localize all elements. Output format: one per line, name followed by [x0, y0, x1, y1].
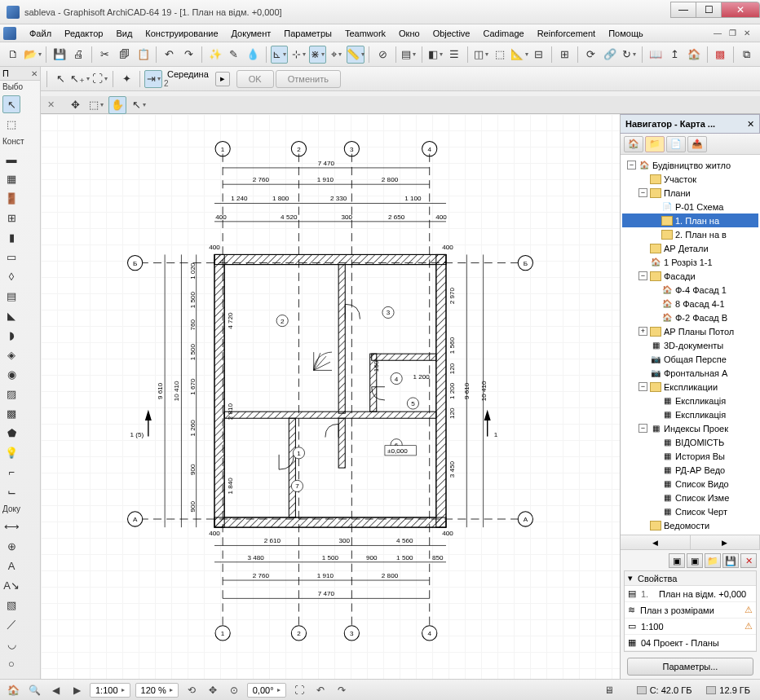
menu-помощь[interactable]: Помощь [602, 24, 650, 42]
tree-item[interactable]: 🏠Ф-2 Фасад В [622, 310, 758, 324]
render-icon[interactable]: ⟳ [582, 46, 599, 64]
pan-icon[interactable]: ✥ [66, 96, 84, 114]
undo-icon[interactable]: ↶ [161, 46, 178, 64]
tree-item[interactable]: 🏠8 Фасад 4-1 [622, 297, 758, 310]
tree-item[interactable]: 📷Общая Перспе [622, 352, 758, 366]
tab-project-map[interactable]: 🏠 [624, 136, 643, 152]
tree-item[interactable]: 🏠Ф-4 Фасад 1 [622, 283, 758, 297]
wall-cut-icon[interactable]: ✋ [108, 96, 126, 114]
new-view-button[interactable]: ▣ [669, 553, 685, 568]
tree-item[interactable]: −Експликации [622, 380, 758, 394]
play-icon[interactable]: ▸ [215, 72, 230, 86]
paste-icon[interactable]: 📋 [135, 46, 152, 64]
toolbox-close-icon[interactable]: ✕ [31, 69, 38, 78]
orbit-icon[interactable]: ⊙ [226, 683, 242, 698]
maximize-button[interactable]: ☐ [696, 2, 722, 18]
tab-view-map[interactable]: 📁 [645, 136, 665, 152]
print-icon[interactable]: 🖨 [70, 46, 87, 64]
menu-objective[interactable]: Objective [426, 24, 477, 42]
navigator-close-icon[interactable]: ✕ [747, 119, 754, 130]
tree-item[interactable]: ▦РД-АР Ведо [622, 463, 758, 477]
properties-header[interactable]: ▾ Свойства [625, 571, 756, 586]
fit-window-icon[interactable]: ⛶ [291, 683, 307, 698]
menu-конструирование[interactable]: Конструирование [139, 24, 224, 42]
tree-toggle[interactable]: + [638, 327, 647, 336]
ok-button[interactable]: OK [236, 70, 274, 88]
magic-icon[interactable]: ✦ [117, 70, 135, 88]
tree-item[interactable]: −Фасади [622, 269, 758, 283]
tree-item[interactable]: 2. План на в [622, 227, 758, 241]
cut-icon[interactable]: ✂ [96, 46, 113, 64]
publish-icon[interactable]: ↥ [666, 46, 683, 64]
prev-view-icon[interactable]: ◀ [47, 683, 64, 698]
stair-tool[interactable]: ▤ [2, 287, 20, 305]
prop-penset-row[interactable]: ▦04 Проект - Планы [625, 635, 756, 651]
arrow-icon[interactable]: ↖ [51, 70, 69, 88]
skylight-tool[interactable]: ◈ [2, 346, 20, 363]
line-tool[interactable]: ／ [2, 615, 20, 633]
rotate-icon[interactable]: ⟲ [183, 683, 200, 698]
menu-cadimage[interactable]: Cadimage [476, 24, 530, 42]
tree-toggle[interactable]: − [638, 382, 647, 391]
minimize-button[interactable]: — [670, 2, 696, 18]
morph-tool[interactable]: ⬟ [2, 424, 20, 442]
column-tool[interactable]: ▮ [2, 228, 20, 246]
snap-guideline-icon[interactable]: ⊾ [271, 46, 288, 64]
shell-tool[interactable]: ◗ [2, 326, 20, 344]
text-tool[interactable]: A [2, 557, 20, 575]
navigator-title[interactable]: Навигатор - Карта ... ✕ [620, 114, 760, 134]
compare-icon[interactable]: ⧉ [738, 46, 755, 64]
menu-файл[interactable]: Файл [23, 24, 58, 42]
menu-reinforcement[interactable]: Reinforcement [531, 24, 603, 42]
tree-item[interactable]: −▦Индексы Проек [622, 421, 758, 435]
wand-icon[interactable]: ✨ [206, 46, 223, 64]
arc-tool[interactable]: ◡ [2, 635, 20, 653]
fill-tool[interactable]: ▧ [2, 596, 20, 614]
drawing-canvas[interactable]: 1234 1234 АБАБ [41, 114, 620, 679]
tree-item[interactable]: ▦3D-документы [622, 338, 758, 352]
object-tool[interactable]: ◉ [2, 365, 20, 383]
tree-item[interactable]: ▦Список Видо [622, 477, 758, 491]
menu-окно[interactable]: Окно [392, 24, 426, 42]
circle-tool[interactable]: ○ [2, 654, 20, 672]
save-icon[interactable]: 💾 [51, 46, 68, 64]
tree-item[interactable]: +АР Планы Потол [622, 324, 758, 338]
tree-toggle[interactable]: − [638, 424, 647, 433]
mdi-close[interactable]: ✕ [740, 28, 753, 39]
level-tool[interactable]: ⊕ [2, 537, 20, 555]
mdi-minimize[interactable]: — [711, 28, 724, 39]
monitor-icon[interactable]: 🖥 [601, 683, 617, 698]
arrow-tool[interactable]: ↖ [2, 95, 20, 113]
tree-toggle[interactable]: − [638, 188, 647, 197]
link-icon[interactable]: 🔗 [602, 46, 619, 64]
view3d-icon[interactable]: ⬚ [491, 46, 508, 64]
door-tool[interactable]: 🚪 [2, 189, 20, 207]
lamp-tool[interactable]: 💡 [2, 443, 20, 461]
book-icon[interactable]: 📖 [647, 46, 664, 64]
menu-teamwork[interactable]: Teamwork [338, 24, 392, 42]
prop-layers-row[interactable]: ≋План з розмірами⚠ [625, 602, 756, 619]
snap-intersect-icon[interactable]: ⌖ [328, 46, 345, 64]
refresh-icon[interactable]: ↻ [621, 46, 638, 64]
tree-scroll-left[interactable]: ◀ [621, 535, 691, 549]
window-tool[interactable]: ⊞ [2, 209, 20, 227]
tab-close-icon[interactable]: ✕ [46, 98, 56, 112]
zoom-fit-icon[interactable]: 🔍 [26, 683, 42, 698]
navigator-tree[interactable]: −🏠Будівництво житлоУчасток−Плани📄Р-01 Сх… [621, 155, 760, 535]
tree-toggle[interactable]: − [638, 271, 647, 280]
plane-icon[interactable]: ◫ [472, 46, 489, 64]
zoom-next-icon[interactable]: ↷ [334, 683, 350, 698]
house-icon[interactable]: 🏠 [685, 46, 702, 64]
tab-layout-book[interactable]: 📄 [666, 136, 686, 152]
angle-box[interactable]: 0,00°▸ [247, 683, 286, 698]
slab-tool[interactable]: ◊ [2, 267, 20, 285]
document-icon[interactable]: ☰ [446, 46, 463, 64]
scale-selector[interactable]: 1:100▸ [90, 683, 130, 698]
delete-view-button[interactable]: ✕ [740, 553, 757, 568]
ruler-icon[interactable]: 📏 [347, 46, 365, 64]
clone-view-button[interactable]: ▣ [687, 553, 703, 568]
org-icon[interactable]: ⊞ [556, 46, 573, 64]
tree-item[interactable]: ▦Експликація [622, 394, 758, 407]
tree-item[interactable]: 📄Р-01 Схема [622, 200, 758, 214]
snap-grid-icon[interactable]: ⋇ [309, 46, 326, 64]
